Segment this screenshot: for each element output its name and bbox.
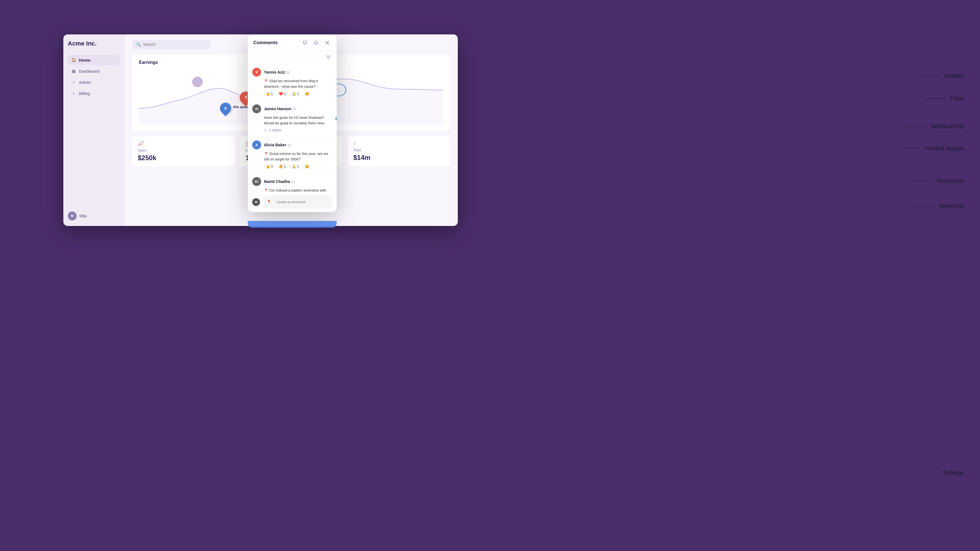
comment-author-c1: Yannis Aziz [264,70,285,75]
stat-value-total: $14m [353,154,444,162]
nav-label-billing: Billing [79,91,90,96]
comment-avatar-c1: Y [252,68,261,76]
comment-time-c3: 1d [287,143,291,147]
comment-header-c3: AAlicia Baker1d [252,140,332,149]
search-icon: 🔍 [136,42,141,47]
stat-label-sales: Sales [138,148,229,152]
comments-header: Comments [248,35,337,51]
sidebar: Acme Inc. 🏠 Home▦ Dashboard○ Admin○ Bill… [63,35,124,226]
stat-card-total: ○ Total $14m [348,136,450,166]
sidebar-user-name: Mila [80,214,87,218]
app-logo: Acme Inc. [68,40,120,47]
notifications-annotation: Notifications [904,123,964,130]
sidebar-item-billing[interactable]: ○ Billing [68,88,120,98]
stat-card-sales: 📈 Sales $250k [132,136,234,166]
avatar: M [68,211,77,221]
reactions-annotation: Reactions [910,177,964,184]
nav-icon-dashboard: ▦ [71,68,76,73]
comment-header-c4: NCNamit Chadha1d [252,177,332,186]
stat-icon-sales: 📈 [138,140,229,146]
comment-body-c4: 📍I've noticed a pattern emerging with Ja… [252,187,332,192]
sidebar-item-dashboard[interactable]: ▦ Dashboard [68,66,120,76]
header-icons [301,39,331,47]
reaction-chip[interactable]: 👍 3 [264,164,275,169]
pin-annotation-a[interactable] [192,76,203,88]
nav-label-admin: Admin [79,80,91,85]
pin-avatar [192,76,203,88]
comment-item-c1: YYannis Aziz3d📍Glad we recovered from Ma… [248,64,337,100]
comment-time-c1: 3d [286,70,290,75]
comment-input-area: M 📍 [248,192,337,212]
search-bar[interactable]: 🔍 [132,40,210,49]
comment-pin-icon-c1: 📍 [264,79,268,84]
nav-icon-billing: ○ [71,91,76,96]
input-pin-icon: 📍 [267,200,271,204]
comment-body-c1: 📍Glad we recovered from May's downturn -… [252,78,332,89]
comments-panel: Comments [248,35,337,212]
comment-pin-icon-c4: 📍 [264,188,268,192]
comment-author-c3: Alicia Baker [264,143,286,147]
filter-annotation: Filter [924,95,964,102]
sidebar-item-home[interactable]: 🏠 Home [68,55,120,65]
replies-label: 2 replies [269,128,282,132]
comment-header-c1: YYannis Aziz3d [252,68,332,76]
comment-item-c3: AAlicia Baker1d📍Great volume so far this… [248,137,337,173]
reaction-chip[interactable]: ❤️ 1 [277,91,288,96]
comment-body-c3: 📍Great volume so far this year, are we s… [252,151,332,162]
comment-author-c2: James Hanson [264,106,291,111]
comment-reactions-c3: 👍 3🔥 1🙏 1😊 [252,164,332,169]
nav-label-dashboard: Dashboard [79,69,99,73]
comment-input-wrapper[interactable]: 📍 [263,195,332,209]
comment-pin-icon-c3: 📍 [264,151,268,156]
comment-input[interactable] [273,197,328,206]
pin-annotation-a2[interactable]: A [220,103,231,114]
close-icon-btn[interactable] [323,39,331,47]
comment-avatar-c3: A [252,140,261,149]
comments-title: Comments [253,40,278,46]
reaction-chip[interactable]: 🔥 1 [277,164,288,169]
stat-value-sales: $250k [138,154,229,162]
filter-icon[interactable] [325,54,332,61]
header-annotation: Header [918,72,964,79]
search-input[interactable] [143,42,206,47]
reaction-chip[interactable]: 😊 [303,164,311,169]
nav-icon-home: 🏠 [71,57,76,62]
reaction-chip[interactable]: 👍 1 [264,91,275,96]
filter-bar [248,51,337,64]
stat-label-total: Total [353,148,444,152]
comment-time-c4: 1d [291,180,295,184]
comment-header-c2: JHJames Hanson2d [252,104,332,113]
nav-icon-admin: ○ [71,80,76,85]
current-user-avatar: M [252,198,260,206]
comment-avatar-c2: JH [252,104,261,113]
nav-label-home: Home [79,58,91,62]
sidebar-item-admin[interactable]: ○ Admin [68,77,120,87]
comment-item-c2: JHJames Hanson2dHave the goals for H2 be… [248,100,337,137]
comment-avatar-c4: NC [252,177,261,186]
comment-icon-btn[interactable] [301,39,309,47]
comment-reactions-c1: 👍 1❤️ 1🙏 1😊 [252,91,332,96]
sidebar-annotation: Sidebar [943,469,964,476]
reaction-chip[interactable]: 🙏 1 [290,164,301,169]
notification-dot-c2 [335,117,337,120]
comment-time-c2: 2d [293,107,296,111]
comment-item-c4: NCNamit Chadha1d📍I've noticed a pattern … [248,173,337,192]
sidebar-user: M Mila [68,211,87,221]
reaction-chip[interactable]: 😊 [303,91,311,96]
comment-author-c4: Namit Chadha [264,179,290,184]
reaction-chip[interactable]: 🙏 1 [290,91,301,96]
nested-replies-c2[interactable]: ↳ 2 replies [252,128,332,132]
mentions-annotation: Mentions [913,203,964,210]
nav-items: 🏠 Home▦ Dashboard○ Admin○ Billing [68,55,120,98]
comment-body-c2: Have the goals for H2 been finalised? Wo… [252,115,332,126]
comments-list: YYannis Aziz3d📍Glad we recovered from Ma… [248,64,337,192]
stat-icon-total: ○ [353,140,444,146]
nested-replies-annotation: Nested replies [899,145,964,152]
panel-bottom-bar [248,221,337,228]
bell-icon-btn[interactable] [312,39,320,47]
